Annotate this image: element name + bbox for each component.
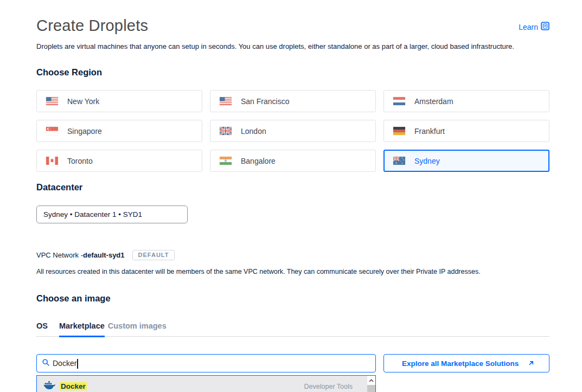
nl-flag-icon [393, 97, 405, 105]
vpc-default-badge: DEFAULT [132, 250, 175, 260]
page-subtitle: Droplets are virtual machines that anyon… [36, 42, 549, 50]
region-card-sydney[interactable]: Sydney [383, 150, 549, 172]
chevron-up-icon [369, 379, 374, 382]
au-flag-icon [393, 157, 405, 165]
region-card-bangalore[interactable]: Bangalore [210, 150, 376, 172]
marketplace-search-box[interactable] [36, 354, 376, 372]
tab-os[interactable]: OS [36, 322, 48, 336]
region-card-toronto[interactable]: Toronto [36, 150, 202, 172]
region-grid: New York San Francisco Amsterdam Singapo… [36, 90, 549, 172]
de-flag-icon [393, 127, 405, 135]
region-label: Toronto [67, 157, 93, 165]
page-header: Create Droplets Learn [36, 17, 549, 35]
scrollbar-up-button[interactable] [367, 376, 375, 385]
vpc-network-row: VPC Network - default-syd1 DEFAULT [36, 250, 549, 260]
ca-flag-icon [46, 157, 58, 165]
search-icon [42, 358, 49, 368]
datacenter-heading: Datacenter [36, 182, 549, 192]
marketplace-search-row: Explore all Marketplace Solutions [36, 354, 549, 372]
vpc-network-label: VPC Network - [36, 251, 83, 259]
us-flag-icon [220, 97, 232, 105]
choose-region-heading: Choose Region [36, 67, 549, 78]
region-label: Singapore [67, 127, 102, 136]
region-label: San Francisco [241, 97, 289, 106]
result-name: Docker [60, 382, 87, 390]
dropdown-scrollbar[interactable] [367, 376, 375, 392]
region-label: Bangalore [241, 157, 276, 165]
search-results-dropdown: Docker Developer Tools An open platform … [36, 375, 376, 392]
vpc-network-name: default-syd1 [83, 251, 125, 259]
region-label: London [241, 127, 266, 136]
in-flag-icon [220, 157, 232, 165]
region-card-san-francisco[interactable]: San Francisco [210, 90, 376, 112]
sg-flag-icon [46, 127, 58, 135]
result-category: Developer Tools [304, 383, 353, 390]
region-label: New York [67, 97, 99, 106]
docker-whale-icon [43, 381, 55, 392]
region-label: Amsterdam [414, 97, 453, 106]
region-card-singapore[interactable]: Singapore [36, 120, 202, 142]
learn-link[interactable]: Learn [519, 22, 549, 32]
region-card-london[interactable]: London [210, 120, 376, 142]
vpc-description: All resources created in this datacenter… [36, 268, 549, 275]
explore-marketplace-label: Explore all Marketplace Solutions [402, 359, 519, 368]
us-flag-icon [46, 97, 58, 105]
create-droplets-page: Create Droplets Learn Droplets are virtu… [0, 0, 582, 392]
image-tabs: OS Marketplace Custom images [36, 322, 549, 337]
region-card-amsterdam[interactable]: Amsterdam [383, 90, 549, 112]
arrow-up-right-icon [528, 359, 534, 368]
book-icon [541, 22, 549, 32]
tab-custom-images[interactable]: Custom images [108, 322, 167, 336]
page-title: Create Droplets [36, 17, 148, 35]
region-card-frankfurt[interactable]: Frankfurt [383, 120, 549, 142]
tab-marketplace[interactable]: Marketplace [59, 322, 105, 337]
marketplace-search-input[interactable] [53, 359, 356, 368]
region-card-new-york[interactable]: New York [36, 90, 202, 112]
region-label: Sydney [414, 157, 440, 165]
scrollbar-thumb[interactable] [367, 385, 375, 392]
choose-image-heading: Choose an image [36, 293, 549, 304]
uk-flag-icon [220, 127, 232, 135]
learn-link-label: Learn [519, 23, 538, 31]
search-result-docker[interactable]: Docker Developer Tools An open platform … [37, 376, 375, 392]
text-cursor [77, 359, 78, 369]
explore-marketplace-button[interactable]: Explore all Marketplace Solutions [383, 354, 549, 372]
region-label: Frankfurt [414, 127, 445, 136]
datacenter-selected-value: Sydney • Datacenter 1 • SYD1 [43, 210, 142, 219]
datacenter-select[interactable]: Sydney • Datacenter 1 • SYD1 [36, 205, 188, 223]
